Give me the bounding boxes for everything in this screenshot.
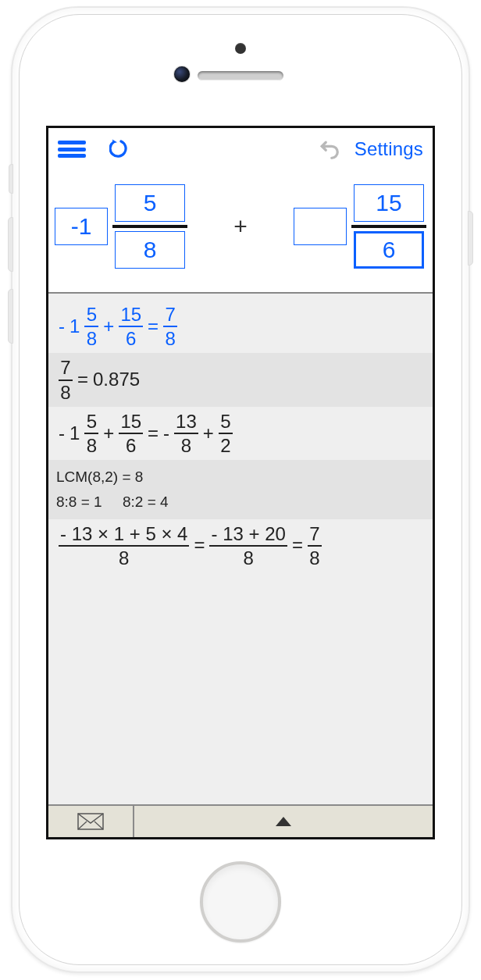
- numerator: 5: [219, 412, 232, 431]
- answer-fraction: 7 8: [163, 305, 177, 348]
- share-mail-button[interactable]: [48, 806, 134, 837]
- svg-marker-3: [276, 817, 291, 826]
- phone-inner: Settings -1 5 8 + 15: [19, 14, 462, 965]
- denominator: 8: [117, 548, 130, 568]
- refresh-icon[interactable]: [109, 137, 133, 161]
- undo-icon[interactable]: [317, 137, 340, 161]
- svg-line-2: [94, 821, 103, 829]
- denominator: 8: [308, 548, 321, 568]
- phone-silence-switch: [9, 164, 13, 194]
- numerator: - 13 + 20: [209, 524, 287, 543]
- denominator: 8: [241, 548, 255, 568]
- phone-power-button: [468, 211, 473, 265]
- fraction: 13 8: [174, 412, 198, 455]
- numerator: 7: [59, 358, 72, 377]
- equals-sign: =: [145, 313, 161, 340]
- phone-volume-down: [8, 289, 13, 344]
- phone-frame: Settings -1 5 8 + 15: [11, 6, 470, 973]
- denominator: 2: [219, 436, 232, 455]
- minus-sign: -: [56, 420, 67, 447]
- mixed-fraction: 5 8: [84, 412, 98, 455]
- numerator: 15: [119, 305, 143, 324]
- right-denominator-input[interactable]: 6: [354, 231, 424, 269]
- expression-input: -1 5 8 + 15 6: [48, 170, 433, 292]
- equals-sign: =: [75, 366, 91, 394]
- decimal-value: 0.875: [91, 366, 142, 394]
- left-denominator-input[interactable]: 8: [115, 231, 185, 269]
- result-lcm-block: LCM(8,2) = 8 8:8 = 1 8:2 = 4: [48, 460, 433, 519]
- numerator: 13: [174, 412, 198, 431]
- lcm-line-1: LCM(8,2) = 8: [56, 465, 425, 490]
- plus-sign: +: [101, 420, 116, 447]
- phone-speaker: [198, 71, 283, 80]
- numerator: 7: [163, 305, 176, 324]
- left-whole-input[interactable]: -1: [55, 208, 108, 245]
- results-panel: - 1 5 8 + 15 6 = 7: [48, 292, 433, 804]
- right-whole-input[interactable]: [294, 208, 347, 245]
- fraction: 15 6: [119, 412, 143, 455]
- denominator: 6: [124, 436, 137, 455]
- result-line-5: - 13 × 1 + 5 × 4 8 = - 13 + 20 8 = 7: [56, 524, 425, 568]
- equals-sign: =: [191, 532, 207, 559]
- minus-sign: -: [56, 313, 67, 340]
- fraction: 5 2: [219, 412, 233, 455]
- denominator: 8: [85, 436, 98, 455]
- fraction-expanded: - 13 × 1 + 5 × 4 8: [59, 524, 189, 568]
- denominator: 8: [59, 383, 72, 402]
- phone-front-camera: [174, 66, 190, 82]
- triangle-up-icon: [275, 816, 292, 827]
- minus-sign: -: [161, 420, 172, 447]
- denominator: 8: [163, 329, 176, 348]
- right-numerator-input[interactable]: 15: [354, 184, 424, 222]
- mail-icon: [77, 813, 104, 830]
- fraction: 15 6: [119, 305, 143, 348]
- lcm-line-2: 8:8 = 1 8:2 = 4: [56, 490, 425, 515]
- equals-sign: =: [145, 420, 161, 447]
- answer-fraction: 7 8: [308, 524, 322, 568]
- numerator: 5: [85, 412, 98, 431]
- phone-proximity-sensor: [235, 43, 246, 54]
- fraction-bar: [351, 225, 426, 228]
- operand-left: -1 5 8: [55, 184, 187, 269]
- operand-right: 15 6: [294, 184, 426, 269]
- app-screen: Settings -1 5 8 + 15: [46, 126, 435, 839]
- menu-icon[interactable]: [58, 141, 86, 158]
- equals-sign: =: [290, 532, 305, 559]
- svg-line-1: [78, 821, 87, 829]
- toolbar: Settings: [48, 128, 433, 170]
- settings-link[interactable]: Settings: [355, 138, 423, 160]
- phone-volume-up: [8, 217, 13, 272]
- fraction-expanded: - 13 + 20 8: [209, 524, 287, 568]
- fraction: 7 8: [59, 358, 73, 401]
- numerator: 15: [119, 412, 143, 431]
- denominator: 8: [180, 436, 193, 455]
- denominator: 6: [124, 329, 137, 348]
- expand-keyboard-button[interactable]: [134, 806, 433, 837]
- operator-button[interactable]: +: [227, 213, 254, 240]
- plus-sign: +: [201, 420, 216, 447]
- mixed-fraction: 5 8: [84, 305, 98, 348]
- numerator: 7: [308, 524, 321, 543]
- result-line-1: - 1 5 8 + 15 6 = 7: [56, 305, 425, 348]
- result-line-3: - 1 5 8 + 15 6 = -: [56, 412, 425, 455]
- denominator: 8: [85, 329, 98, 348]
- bottom-bar: [48, 804, 433, 837]
- result-line-2: 7 8 = 0.875: [48, 353, 433, 406]
- phone-home-button: [200, 861, 281, 943]
- fraction-bar: [112, 225, 187, 228]
- plus-sign: +: [101, 313, 116, 340]
- numerator: - 13 × 1 + 5 × 4: [59, 524, 189, 543]
- left-numerator-input[interactable]: 5: [115, 184, 185, 222]
- mixed-whole: 1: [67, 420, 82, 447]
- mixed-whole: 1: [67, 313, 82, 340]
- numerator: 5: [85, 305, 98, 324]
